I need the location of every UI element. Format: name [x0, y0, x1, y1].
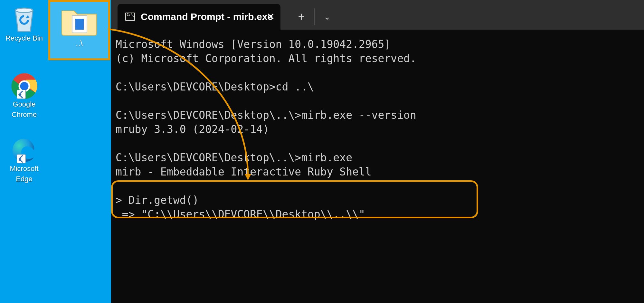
- folder-icon: [60, 6, 99, 36]
- edge-icon: [10, 137, 39, 163]
- chrome-label-2: Chrome: [0, 110, 48, 119]
- titlebar-separator: [314, 8, 315, 25]
- svg-point-1: [15, 8, 33, 13]
- shortcut-overlay-icon: [17, 90, 26, 99]
- edge-label-1: Microsoft: [0, 165, 48, 173]
- desktop-icon-edge[interactable]: Microsoft Edge: [0, 137, 48, 183]
- term-line: Microsoft Windows [Version 10.0.19042.29…: [116, 38, 391, 51]
- svg-point-7: [20, 82, 28, 90]
- term-line: C:\Users\DEVCORE\Desktop>cd ..\: [116, 80, 314, 93]
- desktop: Recycle Bin ..\: [0, 0, 644, 303]
- desktop-icon-chrome[interactable]: Google Chrome: [0, 72, 48, 119]
- svg-rect-4: [75, 19, 84, 30]
- edge-label-2: Edge: [0, 175, 48, 183]
- folder-label: ..\: [50, 38, 108, 48]
- terminal-tab[interactable]: Command Prompt - mirb.exe ✕: [118, 4, 280, 30]
- annotation-highlight-box: [111, 180, 478, 218]
- chrome-label-1: Google: [0, 100, 48, 109]
- terminal-window: Command Prompt - mirb.exe ✕ + ⌄ Microsof…: [111, 0, 644, 303]
- cmd-icon: [125, 13, 135, 21]
- term-line: (c) Microsoft Corporation. All rights re…: [116, 52, 416, 65]
- shortcut-overlay-icon: [17, 154, 26, 163]
- term-line: mruby 3.3.0 (2024-02-14): [116, 123, 269, 136]
- recycle-bin-icon: [10, 6, 39, 32]
- term-line: C:\Users\DEVCORE\Desktop\..\>mirb.exe --…: [116, 109, 416, 121]
- recycle-bin-label: Recycle Bin: [0, 34, 48, 43]
- svg-marker-0: [15, 10, 33, 32]
- desktop-icon-folder-highlighted[interactable]: ..\: [48, 0, 110, 60]
- new-tab-button[interactable]: +: [290, 4, 313, 30]
- chrome-icon: [10, 72, 39, 98]
- tab-close-button[interactable]: ✕: [267, 12, 275, 22]
- tab-title: Command Prompt - mirb.exe: [141, 11, 273, 22]
- term-line: mirb - Embeddable Interactive Ruby Shell: [116, 166, 372, 178]
- terminal-titlebar: Command Prompt - mirb.exe ✕ + ⌄: [111, 0, 644, 30]
- term-line: C:\Users\DEVCORE\Desktop\..\>mirb.exe: [116, 151, 352, 164]
- desktop-icon-recycle-bin[interactable]: Recycle Bin: [0, 6, 48, 43]
- tab-dropdown-button[interactable]: ⌄: [316, 4, 338, 30]
